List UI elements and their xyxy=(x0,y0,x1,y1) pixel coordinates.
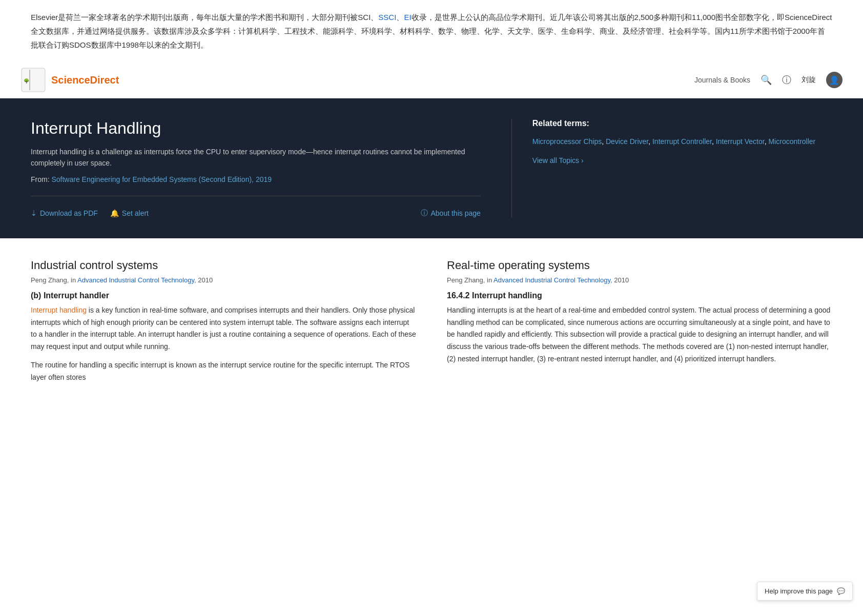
top-info-bar: Elsevier是荷兰一家全球著名的学术期刊出版商，每年出版大量的学术图书和期刊… xyxy=(0,0,863,62)
bell-icon: 🔔 xyxy=(110,209,119,217)
navbar-logo[interactable]: 🌳 ScienceDirect xyxy=(20,67,119,93)
avatar[interactable]: 👤 xyxy=(826,72,843,88)
left-subsection-title: (b) Interrupt handler xyxy=(31,291,416,300)
hero-actions: ⇣ Download as PDF 🔔 Set alert ⓘ About th… xyxy=(31,209,481,218)
right-paragraph: Handling interrupts is at the heart of a… xyxy=(447,304,832,365)
chevron-right-icon: › xyxy=(581,156,584,165)
left-meta-link[interactable]: Advanced Industrial Control Technology xyxy=(77,276,194,284)
hero-section: Interrupt Handling Interrupt handling is… xyxy=(0,98,863,238)
highlight-term: Interrupt handling xyxy=(31,306,87,314)
related-terms-title: Related terms: xyxy=(532,119,832,128)
elsevier-logo-icon: 🌳 xyxy=(20,67,46,93)
help-icon[interactable]: ⓘ xyxy=(782,74,791,86)
right-subsection-title: 16.4.2 Interrupt handling xyxy=(447,291,832,300)
main-content: Industrial control systems Peng Zhang, i… xyxy=(0,238,863,410)
info-icon: ⓘ xyxy=(421,209,428,218)
page-title: Interrupt Handling xyxy=(31,119,481,138)
left-paragraph-2: The routine for handling a specific inte… xyxy=(31,359,416,384)
related-terms-links: Microprocessor Chips, Device Driver, Int… xyxy=(532,135,832,148)
ssci-label: SSCI xyxy=(378,13,396,22)
search-icon[interactable]: 🔍 xyxy=(761,74,772,86)
right-meta-link[interactable]: Advanced Industrial Control Technology xyxy=(494,276,610,284)
hero-from: From: Software Engineering for Embedded … xyxy=(31,175,481,183)
svg-text:🌳: 🌳 xyxy=(24,78,30,84)
left-column: Industrial control systems Peng Zhang, i… xyxy=(31,259,416,390)
right-section-title: Real-time operating systems xyxy=(447,259,832,272)
view-all-topics-link[interactable]: View all Topics › xyxy=(532,156,584,165)
left-section-meta: Peng Zhang, in Advanced Industrial Contr… xyxy=(31,276,416,284)
set-alert-button[interactable]: 🔔 Set alert xyxy=(110,209,149,217)
about-page-button[interactable]: ⓘ About this page xyxy=(421,209,481,218)
related-term-microcontroller[interactable]: Microcontroller xyxy=(768,137,815,146)
left-paragraph-1: Interrupt handling is a key function in … xyxy=(31,304,416,353)
hero-left: Interrupt Handling Interrupt handling is… xyxy=(31,119,481,218)
navbar: 🌳 ScienceDirect Journals & Books 🔍 ⓘ 刘旋 … xyxy=(0,62,863,98)
hero-action-left: ⇣ Download as PDF 🔔 Set alert xyxy=(31,209,149,217)
right-section-meta: Peng Zhang, in Advanced Industrial Contr… xyxy=(447,276,832,284)
related-term-microprocessor[interactable]: Microprocessor Chips xyxy=(532,137,602,146)
download-icon: ⇣ xyxy=(31,209,37,217)
hero-right: Related terms: Microprocessor Chips, Dev… xyxy=(511,119,832,218)
hero-description: Interrupt handling is a challenge as int… xyxy=(31,146,481,169)
right-column: Real-time operating systems Peng Zhang, … xyxy=(447,259,832,390)
related-term-interrupt-controller[interactable]: Interrupt Controller xyxy=(652,137,712,146)
ei-label: EI xyxy=(404,13,411,22)
hero-divider xyxy=(31,196,481,196)
from-label: From: xyxy=(31,175,50,183)
source-link[interactable]: Software Engineering for Embedded System… xyxy=(51,175,272,183)
navbar-center: Journals & Books 🔍 ⓘ 刘旋 👤 xyxy=(119,72,843,88)
left-section-title: Industrial control systems xyxy=(31,259,416,272)
journals-books-link[interactable]: Journals & Books xyxy=(694,76,750,84)
related-term-interrupt-vector[interactable]: Interrupt Vector xyxy=(716,137,765,146)
download-pdf-button[interactable]: ⇣ Download as PDF xyxy=(31,209,98,217)
related-term-device-driver[interactable]: Device Driver xyxy=(606,137,648,146)
brand-name[interactable]: ScienceDirect xyxy=(51,74,119,86)
user-name: 刘旋 xyxy=(802,75,816,85)
